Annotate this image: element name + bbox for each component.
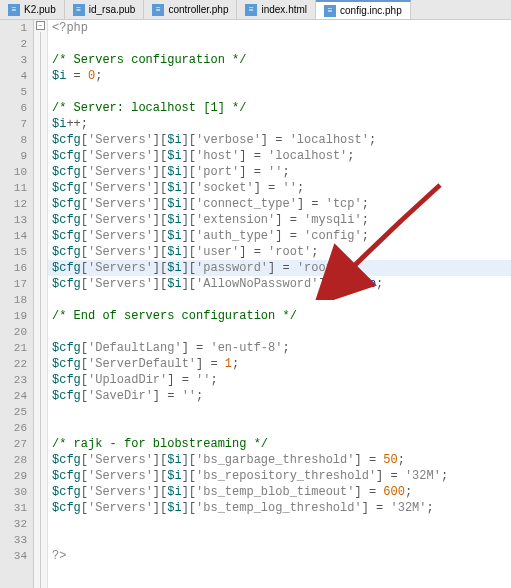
token-op: ;	[376, 277, 383, 291]
token-str: 'Servers'	[88, 277, 153, 291]
token-var: $cfg	[52, 389, 81, 403]
token-var: $i	[167, 453, 181, 467]
code-line[interactable]: $cfg['UploadDir'] = '';	[48, 372, 511, 388]
fold-column[interactable]: −	[34, 20, 48, 588]
code-line[interactable]	[48, 292, 511, 308]
code-line[interactable]: /* Servers configuration */	[48, 52, 511, 68]
code-line[interactable]	[48, 516, 511, 532]
code-line[interactable]: $cfg['Servers'][$i]['connect_type'] = 't…	[48, 196, 511, 212]
line-number: 31	[0, 500, 27, 516]
line-number: 24	[0, 388, 27, 404]
token-op: ] =	[354, 453, 383, 467]
line-number: 18	[0, 292, 27, 308]
code-line[interactable]: $cfg['Servers'][$i]['AllowNoPassword'] =…	[48, 276, 511, 292]
token-str: 'password'	[196, 261, 268, 275]
token-op: ;	[427, 501, 434, 515]
line-number: 8	[0, 132, 27, 148]
token-op: ][	[182, 277, 196, 291]
token-op: ][	[182, 261, 196, 275]
code-line[interactable]: /* rajk - for blobstreaming */	[48, 436, 511, 452]
token-var: $cfg	[52, 341, 81, 355]
token-op: ;	[232, 357, 239, 371]
code-line[interactable]: $cfg['Servers'][$i]['bs_temp_log_thresho…	[48, 500, 511, 516]
code-line[interactable]: $cfg['Servers'][$i]['user'] = 'root';	[48, 244, 511, 260]
token-op: ][	[153, 501, 167, 515]
code-line[interactable]: $cfg['Servers'][$i]['bs_temp_blob_timeou…	[48, 484, 511, 500]
code-line[interactable]	[48, 404, 511, 420]
token-str: 'bs_garbage_threshold'	[196, 453, 354, 467]
code-line[interactable]: $cfg['Servers'][$i]['bs_garbage_threshol…	[48, 452, 511, 468]
token-op: [	[81, 261, 88, 275]
line-number: 1	[0, 20, 27, 36]
line-number-gutter: 1234567891011121314151617181920212223242…	[0, 20, 34, 588]
token-str: ''	[182, 389, 196, 403]
token-var: $i	[167, 149, 181, 163]
code-line[interactable]: $cfg['Servers'][$i]['bs_repository_thres…	[48, 468, 511, 484]
line-number: 21	[0, 340, 27, 356]
code-line[interactable]: $cfg['Servers'][$i]['socket'] = '';	[48, 180, 511, 196]
token-op: =	[66, 69, 88, 83]
token-var: $cfg	[52, 133, 81, 147]
token-op: ;	[282, 165, 289, 179]
line-number: 19	[0, 308, 27, 324]
token-cmt: /* End of servers configuration */	[52, 309, 297, 323]
code-line[interactable]: $cfg['Servers'][$i]['host'] = 'localhost…	[48, 148, 511, 164]
token-cmt: /* Server: localhost [1] */	[52, 101, 246, 115]
code-line[interactable]	[48, 420, 511, 436]
token-op: ;	[95, 69, 102, 83]
token-op: ][	[153, 277, 167, 291]
token-str: 'Servers'	[88, 469, 153, 483]
token-str: 'SaveDir'	[88, 389, 153, 403]
code-line[interactable]: ?>	[48, 548, 511, 564]
code-line[interactable]: $cfg['SaveDir'] = '';	[48, 388, 511, 404]
code-line[interactable]: $cfg['Servers'][$i]['auth_type'] = 'conf…	[48, 228, 511, 244]
token-op: ][	[153, 149, 167, 163]
token-str: 'socket'	[196, 181, 254, 195]
token-op: [	[81, 453, 88, 467]
token-var: $cfg	[52, 373, 81, 387]
fold-toggle-icon[interactable]: −	[36, 21, 45, 30]
token-op: ;	[405, 485, 412, 499]
token-op: ] =	[254, 181, 283, 195]
code-line[interactable]: $cfg['Servers'][$i]['extension'] = 'mysq…	[48, 212, 511, 228]
token-str: 'Servers'	[88, 133, 153, 147]
tab-index-html[interactable]: ≡index.html	[237, 0, 316, 19]
token-op: ] =	[297, 197, 326, 211]
code-line[interactable]: <?php	[48, 20, 511, 36]
token-var: $i	[167, 261, 181, 275]
token-op: ][	[182, 469, 196, 483]
token-op: ][	[182, 485, 196, 499]
fold-guide-line	[40, 32, 41, 588]
tab-config-inc-php[interactable]: ≡config.inc.php	[316, 0, 411, 19]
code-line[interactable]: $cfg['Servers'][$i]['password'] = 'root'…	[48, 260, 511, 276]
token-str: 'user'	[196, 245, 239, 259]
code-line[interactable]	[48, 36, 511, 52]
token-op: [	[81, 469, 88, 483]
token-op: ;	[282, 341, 289, 355]
code-line[interactable]: $cfg['Servers'][$i]['port'] = '';	[48, 164, 511, 180]
code-line[interactable]	[48, 532, 511, 548]
tab-label: controller.php	[168, 4, 228, 15]
code-line[interactable]: /* Server: localhost [1] */	[48, 100, 511, 116]
token-op: ][	[153, 181, 167, 195]
token-op: ;	[362, 213, 369, 227]
tab-id_rsa-pub[interactable]: ≡id_rsa.pub	[65, 0, 145, 19]
code-line[interactable]	[48, 84, 511, 100]
tab-k2-pub[interactable]: ≡K2.pub	[0, 0, 65, 19]
token-op: ][	[153, 245, 167, 259]
code-line[interactable]: $cfg['Servers'][$i]['verbose'] = 'localh…	[48, 132, 511, 148]
code-line[interactable]: $i++;	[48, 116, 511, 132]
code-line[interactable]: /* End of servers configuration */	[48, 308, 511, 324]
code-area[interactable]: <?php/* Servers configuration */$i = 0;/…	[48, 20, 511, 588]
tab-controller-php[interactable]: ≡controller.php	[144, 0, 237, 19]
code-line[interactable]: $cfg['ServerDefault'] = 1;	[48, 356, 511, 372]
token-op: ;	[297, 181, 304, 195]
code-line[interactable]	[48, 324, 511, 340]
token-op: ;	[196, 389, 203, 403]
token-str: ''	[282, 181, 296, 195]
token-op: ] =	[239, 165, 268, 179]
token-op: ][	[153, 133, 167, 147]
token-str: 'Servers'	[88, 485, 153, 499]
code-line[interactable]: $i = 0;	[48, 68, 511, 84]
code-line[interactable]: $cfg['DefaultLang'] = 'en-utf-8';	[48, 340, 511, 356]
